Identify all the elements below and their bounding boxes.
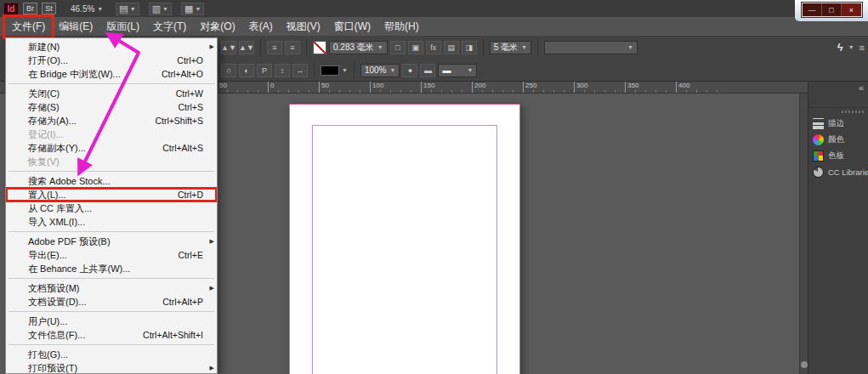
chevron-down-icon[interactable]: ▼ [848,44,854,50]
stroke-fill-proxy-icon[interactable] [313,41,326,54]
divider [314,62,315,79]
spinner-up-down-icon[interactable]: ▲▼ [221,41,236,54]
panel-grip-icon[interactable] [842,110,864,113]
menubar-item[interactable]: 版面(L) [99,17,146,37]
screen-mode-icon: ▥ [152,3,161,14]
menu-item-shortcut: Ctrl+S [179,102,206,112]
panel-tab[interactable]: CC Libraries [808,164,868,180]
wrap-icon[interactable]: ▤ [444,41,459,54]
bleed-guide [289,104,520,105]
chevron-down-icon[interactable]: ▼ [342,67,348,73]
menu-item-label: 导入 XML(I)... [28,216,85,229]
title-bar: Id Br St 46.5% ▼ ▤▼ ▥▼ ▦▼ [0,0,868,17]
menu-item[interactable]: 搜索 Adobe Stock... ▶ [6,174,217,188]
preview-icon[interactable]: ● [402,64,417,77]
menu-item[interactable]: ▶ [6,309,217,314]
fill-color-swatch[interactable] [321,65,339,76]
menubar-item[interactable]: 文件(F) [5,17,52,37]
menu-item[interactable]: 存储为(A)... Ctrl+Shift+S ▶ [6,114,217,128]
effects-icon[interactable]: fx [426,41,441,54]
menu-item[interactable]: 在 Behance 上共享(W)... ▶ [6,262,217,275]
menu-item[interactable]: 存储副本(Y)... Ctrl+Alt+S ▶ [6,141,217,155]
menu-item[interactable]: 用户(U)... ▶ [6,314,217,328]
menu-item[interactable]: 导入 XML(I)... ▶ [6,215,217,229]
menubar-item[interactable]: 文字(T) [146,17,193,37]
arrange-documents-dropdown[interactable]: ▦▼ [181,3,204,15]
ruler-tick-label: 0 [268,82,319,94]
zoom-level-dropdown[interactable]: 46.5% ▼ [67,3,106,14]
align-icon[interactable]: ≡ [267,41,282,54]
paragraph-icon[interactable]: P [257,64,272,77]
menu-item[interactable]: 新建(N) ▶ [6,40,217,54]
menu-item[interactable]: 打包(G)... ▶ [6,348,217,361]
menu-item[interactable]: ▶ [6,168,217,174]
expand-panels-icon[interactable]: « [859,82,864,93]
panel-tab-label: 描边 [828,118,844,129]
chevron-down-icon: ▼ [627,44,633,50]
minimize-button[interactable]: — [803,3,822,16]
menu-item[interactable]: 从 CC 库置入... ▶ [6,201,217,215]
stock-button[interactable]: St [42,3,56,14]
spacing-field[interactable]: 5 毫米 ▼ [490,41,531,54]
menu-item[interactable]: 文件信息(F)... Ctrl+Alt+Shift+I ▶ [6,328,217,342]
menubar-item[interactable]: 窗口(W) [327,17,377,37]
stroke-type-dropdown[interactable]: ▬ ▼ [438,64,477,77]
stroke-weight-field[interactable]: 0.283 毫米 ▼ [329,41,388,54]
chevron-down-icon: ▼ [130,6,136,12]
menu-item[interactable]: 存储(S) Ctrl+S ▶ [6,100,217,114]
vertical-scrollbar[interactable] [799,94,808,374]
menu-item[interactable]: 文档预设(M) ▶ [6,281,217,295]
menu-item[interactable]: 文档设置(D)... Ctrl+Alt+P ▶ [6,295,217,309]
align-icon[interactable]: ≡ [285,41,300,54]
opacity-field[interactable]: 100% ▼ [360,64,400,77]
ruler-tick-label: 100 [370,82,421,94]
menu-item[interactable]: ▶ [6,342,217,348]
panel-tab[interactable]: 描边 [808,116,868,132]
corner-icon[interactable]: ◨ [462,41,477,54]
menu-item[interactable]: 打印预设(T) ▶ [6,361,217,374]
menu-item[interactable]: ▶ [6,81,217,87]
menu-item[interactable]: Adobe PDF 预设(B) ▶ [6,235,217,248]
chevron-down-icon: ▼ [195,6,201,12]
menu-item[interactable]: 恢复(V) ▶ [6,155,217,168]
menu-item[interactable]: 在 Bridge 中浏览(W)... Ctrl+Alt+O ▶ [6,67,217,81]
screen-mode-dropdown[interactable]: ▥▼ [149,3,172,15]
menu-item-shortcut: Ctrl+Alt+O [162,69,206,79]
object-style-icon[interactable]: □ [390,41,406,54]
maximize-button[interactable]: □ [822,3,842,16]
flip-vertical-icon[interactable]: ↕ [275,64,290,77]
rotate-ccw-icon[interactable]: ◐ [239,64,254,77]
style-dropdown[interactable]: ▼ [544,41,638,54]
menu-item[interactable]: 打开(O)... Ctrl+O ▶ [6,54,217,67]
panel-tab[interactable]: 颜色 [808,132,868,148]
close-button[interactable]: × [842,3,861,16]
menu-item-label: 打印预设(T) [28,362,77,374]
menu-item[interactable]: ▶ [6,229,217,235]
menu-item[interactable]: 关闭(C) Ctrl+W ▶ [6,87,217,100]
view-options-dropdown[interactable]: ▤▼ [116,3,139,15]
document-page[interactable] [289,104,520,374]
menubar-item[interactable]: 表(A) [242,17,280,37]
quick-apply-icon[interactable]: ϟ [837,41,843,54]
menu-item[interactable]: 置入(L)... Ctrl+D ▶ [6,188,217,201]
menubar-item[interactable]: 编辑(E) [52,17,99,37]
panel-tab[interactable]: 色板 [808,148,868,164]
menu-item[interactable]: 登记(I)... ▶ [6,128,217,141]
menubar-item[interactable]: 对象(O) [193,17,241,37]
submenu-arrow-icon: ▶ [206,238,214,245]
panel-menu-icon[interactable]: ≡ [859,42,865,53]
menu-item[interactable]: ▶ [6,275,217,281]
bridge-button[interactable]: Br [23,3,37,14]
panel-group-1: 描边 颜色 色板 CC Libraries [808,107,868,180]
ruler-tick-label: 50 [217,82,268,94]
flip-horizontal-icon[interactable]: ↔ [292,64,308,77]
menubar-item[interactable]: 视图(V) [280,17,327,37]
lines-icon[interactable]: ▬ [420,64,435,77]
rotate-icon[interactable]: ○ [221,64,236,77]
submenu-arrow-icon: ▶ [206,365,214,371]
menu-item[interactable]: 导出(E)... Ctrl+E ▶ [6,248,217,262]
spinner-up-down-icon[interactable]: ▲▼ [239,41,254,54]
scrollbar-thumb[interactable] [801,361,808,368]
frame-icon[interactable]: ▣ [408,41,423,54]
menubar-item[interactable]: 帮助(H) [377,17,426,37]
